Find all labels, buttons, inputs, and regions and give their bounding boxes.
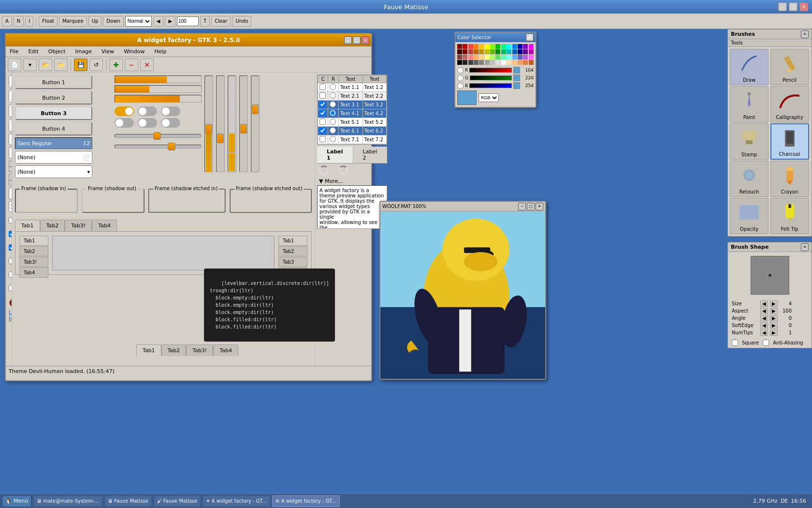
prev-btn[interactable]: ◀	[153, 16, 164, 27]
bp-draw[interactable]: Draw	[730, 49, 768, 85]
toggle-4[interactable]	[115, 118, 134, 128]
h-slider-thumb-2[interactable]	[168, 143, 175, 150]
row5-radio[interactable]	[330, 119, 336, 125]
bs-square-check[interactable]	[732, 340, 738, 346]
toggle-2[interactable]	[138, 106, 157, 116]
toggle-6[interactable]	[161, 118, 180, 128]
color-cell[interactable]	[507, 49, 511, 54]
wf-maximize[interactable]: □	[353, 36, 361, 44]
bs-aspect-inc[interactable]: ▶	[770, 308, 778, 314]
row4-radio[interactable]	[330, 110, 336, 116]
tb-save[interactable]: 💾	[74, 59, 87, 71]
color-cell[interactable]	[479, 55, 484, 60]
color-cell[interactable]	[474, 49, 478, 54]
maximize-button[interactable]: □	[789, 2, 798, 11]
taskbar-devil-human[interactable]: 🖥 mate@mate-System-...	[33, 495, 102, 507]
bp-calligraphy[interactable]: Calligraphy	[770, 86, 809, 122]
toggle-1[interactable]	[115, 106, 134, 116]
more-button[interactable]: More...	[317, 177, 387, 185]
bs-softedge-dec[interactable]: ◀	[760, 322, 768, 329]
color-cell[interactable]	[495, 55, 500, 60]
entry-5[interactable]: Entry	[9, 188, 12, 199]
marquee-button[interactable]: Marquee	[59, 16, 87, 27]
color-cell[interactable]	[474, 44, 478, 49]
v-slider-4[interactable]	[251, 75, 260, 172]
color-cell[interactable]	[518, 55, 522, 60]
menu-image[interactable]: Image	[73, 47, 94, 56]
cs-g-slider[interactable]	[470, 75, 512, 80]
color-cell[interactable]	[485, 49, 490, 54]
button-3[interactable]: Button 3	[15, 106, 92, 120]
row6-radio[interactable]	[330, 127, 336, 134]
check-3-input[interactable]	[9, 244, 12, 251]
bp-pencil[interactable]: Pencil	[770, 49, 809, 85]
v-thumb-2[interactable]	[217, 134, 224, 143]
color-cell[interactable]	[468, 60, 473, 65]
check-btn-5[interactable]: Check btn 5	[9, 268, 12, 281]
zoom-input[interactable]	[177, 16, 199, 26]
button-1[interactable]: Button 1	[15, 75, 92, 89]
color-cell[interactable]	[507, 44, 511, 49]
clear-button[interactable]: Clear	[211, 16, 231, 27]
v-thumb-4[interactable]	[252, 105, 259, 114]
tool-n[interactable]: N	[14, 16, 24, 27]
cs-g-radio[interactable]	[457, 75, 464, 81]
color-cell[interactable]	[474, 55, 478, 60]
tb-remove[interactable]: −	[125, 59, 138, 71]
color-cell[interactable]	[457, 49, 462, 54]
menu-help[interactable]: Help	[153, 47, 169, 56]
tb-dropdown[interactable]: ▾	[23, 59, 37, 71]
toggle-5[interactable]	[138, 118, 157, 128]
color-cell[interactable]	[490, 49, 495, 54]
color-cell[interactable]	[457, 55, 462, 60]
bs-angle-inc[interactable]: ▶	[770, 315, 778, 321]
color-cell[interactable]	[523, 44, 528, 49]
check-5-input[interactable]	[9, 271, 12, 278]
bottom-tab-3[interactable]: Tab3!	[186, 344, 213, 356]
menu-window[interactable]: Window	[122, 47, 146, 56]
right-tab-3[interactable]: Tab3	[278, 257, 307, 267]
text-entry-selected[interactable]: Sans Regular 12	[15, 137, 92, 149]
color-cell[interactable]	[485, 44, 490, 49]
bottom-tab-1[interactable]: Tab1	[136, 344, 161, 356]
color-cell[interactable]	[490, 44, 495, 49]
bp-crayon[interactable]: Crayon	[770, 161, 809, 197]
color-cell[interactable]	[523, 49, 528, 54]
color-cell[interactable]	[463, 60, 467, 65]
taskbar-widget-factory[interactable]: ⚙ A widget factory - GT...	[272, 495, 340, 507]
color-cell[interactable]	[457, 44, 462, 49]
spin-input-1[interactable]: 1	[9, 201, 12, 212]
toggle-3[interactable]	[161, 106, 180, 116]
color-cell[interactable]	[463, 55, 467, 60]
color-cell[interactable]	[529, 44, 534, 49]
right-tab-2[interactable]: Tab2	[278, 246, 307, 256]
cs-r-radio[interactable]	[457, 67, 464, 74]
button-4[interactable]: Button 4	[15, 122, 92, 135]
combo-box-entry-2[interactable]: Combo box entry 1 ▾	[9, 90, 12, 103]
check-btn-3[interactable]: Check btn 3	[9, 241, 12, 254]
row5-check[interactable]	[319, 119, 326, 125]
check-btn-6[interactable]: Check btn 6	[9, 282, 12, 294]
bs-size-inc[interactable]: ▶	[770, 300, 778, 307]
cs-mode-select[interactable]: RGB	[478, 93, 499, 102]
v-thumb-3[interactable]	[240, 124, 247, 134]
taskbar-fauve-2[interactable]: ✦ A widget factory - GT...	[203, 495, 270, 507]
h-slider-thumb[interactable]	[153, 132, 161, 140]
start-button[interactable]: 🐧 Menü	[2, 495, 31, 507]
label-tab-2[interactable]: Label 2	[353, 147, 388, 163]
color-cell[interactable]	[463, 44, 467, 49]
color-cell[interactable]	[468, 44, 473, 49]
check-1-input[interactable]	[9, 217, 12, 224]
color-cell[interactable]	[501, 55, 506, 60]
row7-check[interactable]	[319, 136, 326, 142]
none-combo-2[interactable]: (None) ▾	[15, 165, 92, 178]
color-cell[interactable]	[518, 60, 522, 65]
v-slider-3[interactable]	[239, 75, 248, 172]
tab-3[interactable]: Tab3!	[65, 220, 92, 231]
color-cell[interactable]	[468, 55, 473, 60]
pw-maximize[interactable]: □	[527, 203, 535, 210]
entry-minus-btn[interactable]: −	[9, 161, 12, 172]
wf-minimize[interactable]: −	[344, 36, 352, 44]
tool-i[interactable]: I	[25, 16, 33, 27]
bp-felt-tip[interactable]: Felt Tip	[770, 198, 809, 234]
